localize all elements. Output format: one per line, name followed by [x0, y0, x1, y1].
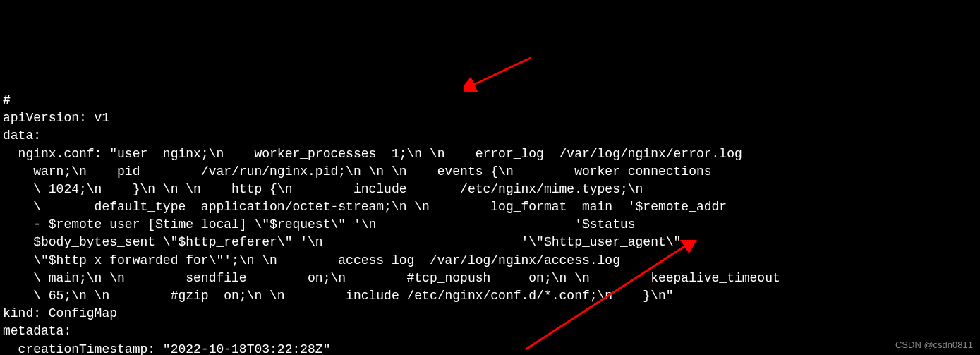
yaml-line-creationtimestamp: creationTimestamp: "2022-10-18T03:22:28Z… [3, 342, 330, 355]
yaml-line-nginxconf-2: warn;\n pid /var/run/nginx.pid;\n \n \n … [3, 164, 712, 179]
yaml-line-nginxconf-8: \ main;\n \n sendfile on;\n #tcp_nopush … [3, 271, 780, 285]
yaml-line-nginxconf-9: \ 65;\n \n #gzip on;\n \n include /etc/n… [3, 289, 674, 303]
terminal-output: # apiVersion: v1 data: nginx.conf: "user… [3, 74, 977, 355]
yaml-line-apiversion: apiVersion: v1 [3, 111, 109, 125]
yaml-line-data: data: [3, 128, 41, 143]
csdn-watermark: CSDN @csdn0811 [895, 339, 973, 351]
yaml-line-kind: kind: ConfigMap [3, 306, 117, 320]
prompt-line: # [3, 93, 11, 107]
yaml-line-nginxconf-7: \"$http_x_forwarded_for\"';\n \n access_… [3, 253, 620, 267]
yaml-line-nginxconf-6: $body_bytes_sent \"$http_referer\" '\n '… [3, 235, 681, 249]
yaml-line-nginxconf-5: - $remote_user [$time_local] \"$request\… [3, 217, 636, 231]
yaml-line-nginxconf-1: nginx.conf: "user nginx;\n worker_proces… [3, 147, 742, 161]
yaml-line-nginxconf-3: \ 1024;\n }\n \n \n http {\n include /et… [3, 182, 643, 196]
yaml-line-metadata: metadata: [3, 324, 71, 338]
yaml-line-nginxconf-4: \ default_type application/octet-stream;… [3, 200, 727, 214]
